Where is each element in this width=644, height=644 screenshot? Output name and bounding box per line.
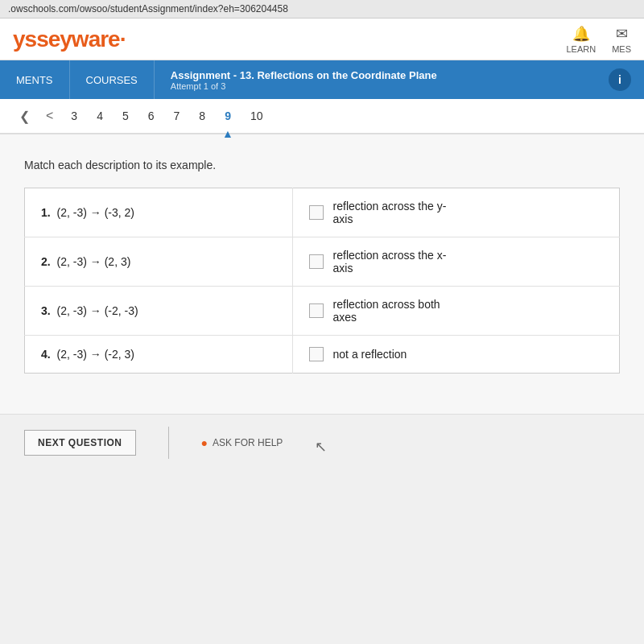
description-4: not a reflection xyxy=(333,348,407,361)
item-equation-3: (2, -3) → (-2, -3) xyxy=(57,304,138,317)
description-2: reflection across the x-axis xyxy=(333,249,456,275)
match-right-4: not a reflection xyxy=(293,336,473,373)
description-3: reflection across both axes xyxy=(333,298,456,324)
match-right-2: reflection across the x-axis xyxy=(293,237,473,286)
nav-courses[interactable]: COURSES xyxy=(70,60,155,99)
table-row: 4. (2, -3) → (-2, 3) not a reflection xyxy=(25,336,620,374)
item-equation-1: (2, -3) → (-3, 2) xyxy=(57,206,134,219)
page-6[interactable]: 6 xyxy=(140,106,163,126)
match-left-1: 1. (2, -3) → (-3, 2) xyxy=(25,188,293,237)
assignment-title: Assignment - 13. Reflections on the Coor… xyxy=(171,69,592,81)
page-10[interactable]: 10 xyxy=(242,106,271,126)
messages-icon: ✉ xyxy=(616,25,628,43)
description-1: reflection across the y-axis xyxy=(333,200,456,225)
match-right-3: reflection across both axes xyxy=(293,287,473,335)
ask-for-help-button[interactable]: ● ASK FOR HELP xyxy=(201,436,283,449)
ask-for-help-label: ASK FOR HELP xyxy=(213,437,283,448)
page-3[interactable]: 3 xyxy=(63,106,85,126)
item-number-4: 4. xyxy=(41,348,51,361)
assignment-name: - 13. Reflections on the Coordinate Plan… xyxy=(233,69,437,81)
pagination-bar: ❮ < 3 4 5 6 7 8 9 10 xyxy=(0,99,644,134)
table-row: 3. (2, -3) → (-2, -3) reflection across … xyxy=(25,287,620,336)
url-text: .owschools.com/owsoo/studentAssignment/i… xyxy=(8,3,288,14)
assignment-info: Assignment - 13. Reflections on the Coor… xyxy=(155,69,609,91)
page-9-current[interactable]: 9 xyxy=(217,106,239,126)
bottom-bar: NEXT QUESTION ● ASK FOR HELP ↖ xyxy=(0,414,644,470)
nav-courses-label: COURSES xyxy=(86,74,138,86)
bottom-divider xyxy=(168,427,169,459)
header-right: 🔔 LEARN ✉ MES xyxy=(566,25,631,54)
nav-assignments-label: MENTS xyxy=(16,74,53,86)
match-table: 1. (2, -3) → (-3, 2) reflection across t… xyxy=(24,188,620,374)
ask-icon: ● xyxy=(201,436,208,449)
page-4[interactable]: 4 xyxy=(89,106,111,126)
item-number-3: 3. xyxy=(41,304,51,317)
learn-icon: 🔔 xyxy=(572,25,590,43)
learn-nav[interactable]: 🔔 LEARN xyxy=(566,25,596,54)
nav-assignments[interactable]: MENTS xyxy=(0,60,70,99)
page-7[interactable]: 7 xyxy=(166,106,188,126)
address-bar: .owschools.com/owsoo/studentAssignment/i… xyxy=(0,0,644,19)
cursor-indicator: ↖ xyxy=(315,438,327,456)
page-8[interactable]: 8 xyxy=(191,106,213,126)
match-left-3: 3. (2, -3) → (-2, -3) xyxy=(25,287,293,336)
messages-nav[interactable]: ✉ MES xyxy=(612,25,631,54)
match-left-4: 4. (2, -3) → (-2, 3) xyxy=(25,336,293,374)
match-right-1: reflection across the y-axis xyxy=(293,188,473,237)
checkbox-3[interactable] xyxy=(309,303,324,318)
assignment-prefix: Assignment xyxy=(171,69,230,81)
item-equation-2: (2, -3) → (2, 3) xyxy=(57,255,131,268)
top-header: ysseyware· 🔔 LEARN ✉ MES xyxy=(0,19,644,60)
item-number-2: 2. xyxy=(41,255,51,268)
attempt-label: Attempt 1 of 3 xyxy=(171,81,592,91)
logo: ysseyware· xyxy=(13,27,125,52)
checkbox-2[interactable] xyxy=(309,254,324,269)
instruction-text: Match each description to its example. xyxy=(24,159,620,171)
messages-label: MES xyxy=(612,44,631,54)
learn-label: LEARN xyxy=(566,44,596,54)
info-icon-label: i xyxy=(618,73,621,86)
next-question-button[interactable]: NEXT QUESTION xyxy=(24,430,136,456)
checkbox-1[interactable] xyxy=(309,205,324,220)
page-prev-arrow[interactable]: ❮ xyxy=(13,105,36,127)
page-back-arrow[interactable]: < xyxy=(39,105,60,126)
table-row: 1. (2, -3) → (-3, 2) reflection across t… xyxy=(25,188,620,237)
item-number-1: 1. xyxy=(41,206,51,219)
logo-prefix: ysseyware xyxy=(13,27,120,52)
table-row: 2. (2, -3) → (2, 3) reflection across th… xyxy=(25,237,620,287)
main-content: Match each description to its example. 1… xyxy=(0,134,644,414)
nav-bar: MENTS COURSES Assignment - 13. Reflectio… xyxy=(0,60,644,99)
checkbox-4[interactable] xyxy=(309,347,324,361)
item-equation-4: (2, -3) → (-2, 3) xyxy=(57,348,134,361)
page-5[interactable]: 5 xyxy=(114,106,137,126)
logo-dot: · xyxy=(120,27,126,52)
info-button[interactable]: i xyxy=(609,68,631,91)
match-left-2: 2. (2, -3) → (2, 3) xyxy=(25,237,293,287)
